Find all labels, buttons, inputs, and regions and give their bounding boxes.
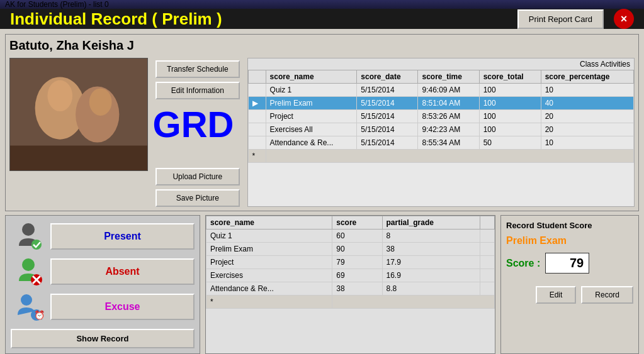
row-score-name: Prelim Exam	[266, 97, 357, 110]
edit-button[interactable]: Edit	[536, 286, 577, 304]
header: Individual Record ( Prelim ) Print Repor…	[0, 9, 644, 29]
scores-panel: score_name score partial_grade Quiz 1 60…	[205, 215, 495, 354]
scores-score: 60	[332, 230, 382, 243]
scores-name: Attendance & Re...	[206, 282, 332, 296]
scores-row[interactable]: Exercises 69 16.9	[206, 269, 495, 282]
close-button[interactable]: ×	[614, 9, 634, 29]
svg-point-8	[22, 258, 35, 271]
row-score-time: 8:53:26 AM	[418, 110, 479, 123]
scores-row[interactable]: Attendance & Re... 38 8.8	[206, 282, 495, 296]
row-score-date: 5/15/2014	[357, 97, 418, 110]
title-bar: AK for Students (Prelim) - list 0	[0, 0, 644, 9]
scores-name: Quiz 1	[206, 230, 332, 243]
show-record-button[interactable]: Show Record	[11, 329, 195, 348]
scores-score: 38	[332, 282, 382, 296]
window-title: AK for Students (Prelim) - list 0	[5, 0, 109, 9]
present-row: Present	[11, 221, 195, 252]
print-report-card-button[interactable]: Print Report Card	[517, 9, 604, 29]
row-score-total: 100	[479, 84, 541, 97]
scores-table: score_name score partial_grade Quiz 1 60…	[206, 216, 495, 309]
absent-button[interactable]: Absent	[50, 258, 195, 285]
record-button[interactable]: Record	[581, 286, 633, 304]
svg-point-6	[22, 223, 35, 236]
excuse-button[interactable]: Excuse	[50, 294, 195, 320]
excuse-icon: ⏰	[11, 291, 45, 323]
svg-text:⏰: ⏰	[34, 310, 44, 321]
buttons-column: Transfer Schedule Edit Information GRD U…	[155, 58, 240, 207]
scores-score: 69	[332, 269, 382, 282]
row-score-name: Attendance & Re...	[266, 136, 357, 150]
main-content: Batuto, Zha Keisha J	[0, 29, 644, 354]
scores-extra	[480, 230, 495, 243]
present-icon	[11, 221, 45, 252]
attendance-panel: Present Absent	[5, 215, 200, 354]
present-button[interactable]: Present	[50, 223, 195, 250]
class-activities-new-row[interactable]: *	[248, 150, 633, 163]
scores-name: Project	[206, 256, 332, 269]
col-score-total: score_total	[479, 70, 541, 84]
class-activities-panel: Class Activities score_name score_date s…	[247, 58, 635, 207]
scores-name: Prelim Exam	[206, 243, 332, 256]
row-score-time: 8:51:04 AM	[418, 97, 479, 110]
transfer-schedule-button[interactable]: Transfer Schedule	[155, 60, 240, 78]
row-score-total: 100	[479, 97, 541, 110]
class-activities-row[interactable]: Quiz 1 5/15/2014 9:46:09 AM 100 10	[248, 84, 633, 97]
scores-partial: 8.8	[382, 282, 480, 296]
svg-point-12	[21, 294, 32, 306]
row-score-name: Project	[266, 110, 357, 123]
row-arrow	[248, 84, 266, 97]
scores-col-score: score	[332, 216, 382, 230]
scores-partial: 16.9	[382, 269, 480, 282]
student-photo	[9, 58, 148, 171]
scores-extra	[480, 269, 495, 282]
student-name: Batuto, Zha Keisha J	[9, 38, 635, 53]
row-score-name: Exercises All	[266, 123, 357, 136]
row-score-total: 100	[479, 123, 541, 136]
scores-extra	[480, 282, 495, 296]
app-title: Individual Record ( Prelim )	[10, 9, 222, 29]
class-activities-row[interactable]: Exercises All 5/15/2014 9:42:23 AM 100 2…	[248, 123, 633, 136]
row-arrow: ▶	[248, 97, 266, 110]
row-arrow	[248, 110, 266, 123]
upload-picture-button[interactable]: Upload Picture	[155, 168, 240, 185]
score-row: Score :	[506, 253, 633, 274]
photo-svg	[10, 58, 147, 171]
row-score-date: 5/15/2014	[357, 123, 418, 136]
row-score-pct: 40	[541, 97, 633, 110]
score-input[interactable]	[545, 253, 589, 274]
photo-placeholder	[10, 58, 147, 170]
save-picture-button[interactable]: Save Picture	[155, 189, 240, 207]
svg-rect-5	[10, 146, 147, 171]
scores-score: 90	[332, 243, 382, 256]
scores-new-row[interactable]: *	[206, 296, 495, 309]
star-cell: *	[248, 150, 266, 163]
class-activities-row[interactable]: ▶ Prelim Exam 5/15/2014 8:51:04 AM 100 4…	[248, 97, 633, 110]
excuse-row: ⏰ Excuse	[11, 291, 195, 323]
top-section: Batuto, Zha Keisha J	[5, 34, 639, 211]
row-score-pct: 20	[541, 123, 633, 136]
scores-star: *	[206, 296, 332, 309]
svg-point-4	[89, 88, 112, 116]
row-score-date: 5/15/2014	[357, 84, 418, 97]
row-score-total: 50	[479, 136, 541, 150]
row-score-date: 5/15/2014	[357, 136, 418, 150]
row-score-time: 8:55:34 AM	[418, 136, 479, 150]
col-score-pct: score_percentage	[541, 70, 633, 84]
scores-extra	[480, 256, 495, 269]
edit-information-button[interactable]: Edit Information	[155, 82, 240, 99]
scores-partial: 17.9	[382, 256, 480, 269]
row-score-date: 5/15/2014	[357, 110, 418, 123]
scores-score: 79	[332, 256, 382, 269]
class-activities-row[interactable]: Project 5/15/2014 8:53:26 AM 100 20	[248, 110, 633, 123]
row-score-time: 9:42:23 AM	[418, 123, 479, 136]
scores-row[interactable]: Project 79 17.9	[206, 256, 495, 269]
class-activities-label: Class Activities	[248, 58, 634, 70]
col-score-date: score_date	[357, 70, 418, 84]
scores-row[interactable]: Prelim Exam 90 38	[206, 243, 495, 256]
scores-row[interactable]: Quiz 1 60 8	[206, 230, 495, 243]
row-score-total: 100	[479, 110, 541, 123]
svg-point-7	[31, 240, 42, 250]
svg-point-3	[47, 80, 72, 112]
class-activities-row[interactable]: Attendance & Re... 5/15/2014 8:55:34 AM …	[248, 136, 633, 150]
score-label: Score :	[506, 258, 540, 269]
